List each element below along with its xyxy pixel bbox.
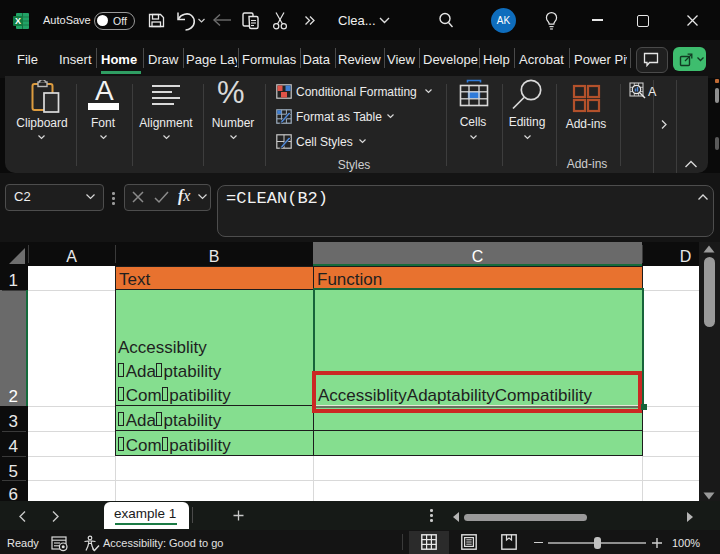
svg-text:X: X (15, 16, 21, 26)
